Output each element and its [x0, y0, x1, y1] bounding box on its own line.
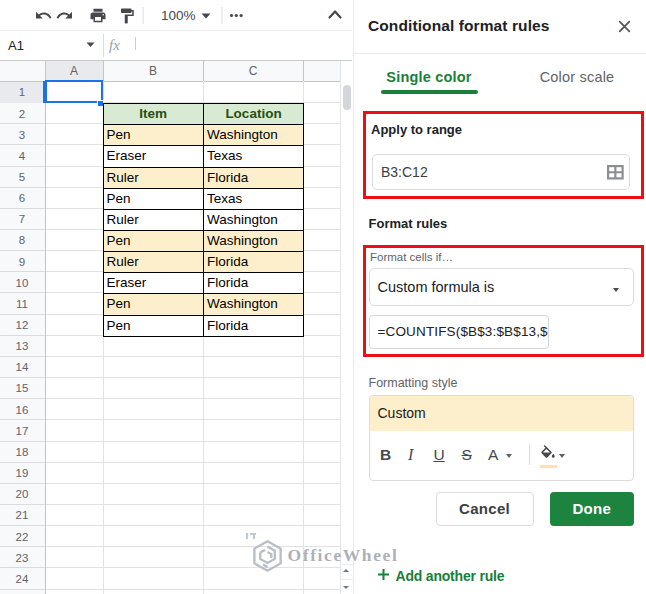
svg-text:100%: 100% — [161, 8, 196, 23]
